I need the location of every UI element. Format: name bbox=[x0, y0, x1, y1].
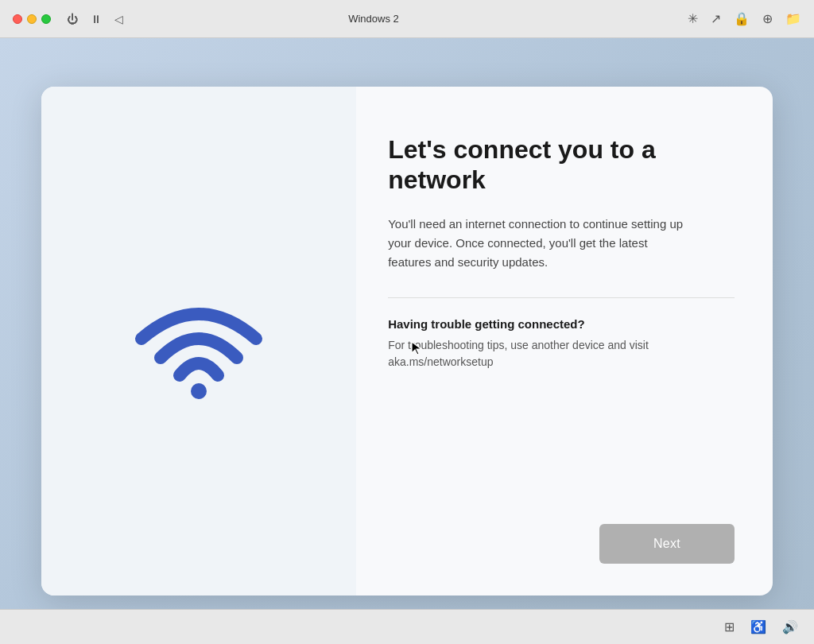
window-title: Windows 2 bbox=[66, 13, 681, 25]
bottom-actions: Next bbox=[388, 524, 735, 564]
titlebar-right-icons: ✳ ↗ 🔒 ⊕ 📁 bbox=[688, 11, 801, 26]
cursor-icon[interactable]: ↗ bbox=[711, 11, 721, 26]
left-panel bbox=[41, 87, 356, 596]
svg-point-0 bbox=[191, 383, 207, 399]
titlebar: ⏻ ⏸ ◁ Windows 2 ✳ ↗ 🔒 ⊕ 📁 bbox=[0, 0, 814, 38]
setup-card: Let's connect you to a network You'll ne… bbox=[41, 87, 773, 596]
display-icon[interactable]: ⊞ bbox=[724, 619, 735, 634]
accessibility-icon[interactable]: ♿ bbox=[750, 619, 766, 634]
page-description: You'll need an internet connection to co… bbox=[388, 215, 690, 272]
globe-icon[interactable]: ⊕ bbox=[762, 11, 773, 26]
trouble-description: For troubleshooting tips, use another de… bbox=[388, 337, 735, 370]
divider bbox=[388, 297, 735, 298]
main-area: Let's connect you to a network You'll ne… bbox=[0, 38, 814, 644]
wifi-icon bbox=[127, 281, 270, 401]
volume-icon[interactable]: 🔊 bbox=[782, 619, 798, 634]
maximize-button[interactable] bbox=[41, 14, 51, 24]
content-top: Let's connect you to a network You'll ne… bbox=[388, 134, 735, 524]
brightness-icon[interactable]: ✳ bbox=[688, 11, 698, 26]
wifi-icon-container bbox=[119, 277, 278, 405]
next-button[interactable]: Next bbox=[599, 524, 735, 564]
page-title: Let's connect you to a network bbox=[388, 134, 735, 196]
trouble-title: Having trouble getting connected? bbox=[388, 317, 735, 331]
lock-icon[interactable]: 🔒 bbox=[734, 11, 750, 26]
trouble-section: Having trouble getting connected? For tr… bbox=[388, 317, 735, 370]
right-panel: Let's connect you to a network You'll ne… bbox=[356, 87, 773, 596]
minimize-button[interactable] bbox=[27, 14, 37, 24]
close-button[interactable] bbox=[13, 14, 22, 24]
traffic-lights bbox=[13, 14, 51, 24]
statusbar: ⊞ ♿ 🔊 bbox=[0, 609, 814, 644]
folder-icon[interactable]: 📁 bbox=[785, 11, 801, 26]
